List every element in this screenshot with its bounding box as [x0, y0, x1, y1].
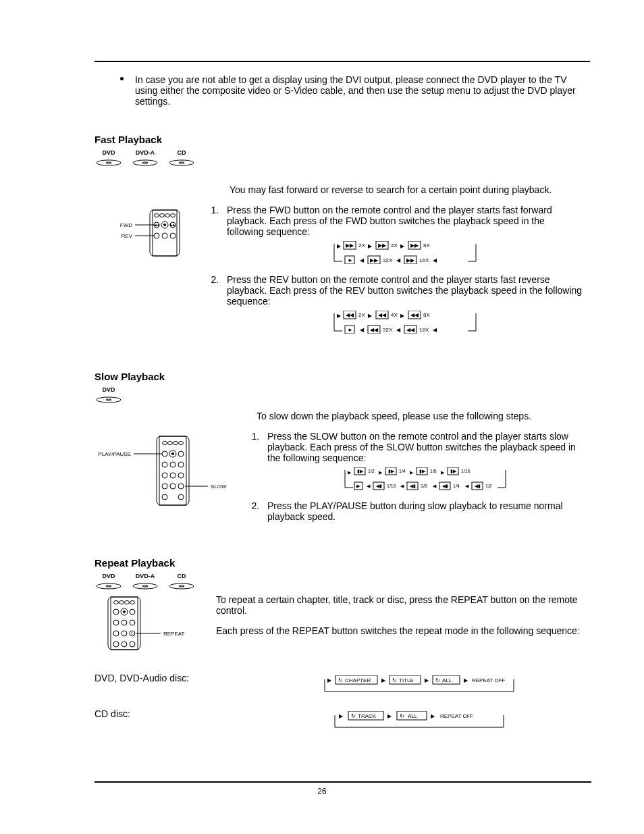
svg-text:2X: 2X [358, 242, 365, 249]
svg-text:↻: ↻ [400, 713, 404, 719]
svg-text:◀: ◀ [433, 257, 437, 263]
svg-point-10 [165, 214, 170, 217]
svg-point-78 [179, 442, 184, 445]
svg-point-84 [178, 462, 184, 467]
svg-text:32X: 32X [383, 327, 393, 333]
svg-point-140 [114, 601, 119, 604]
svg-rect-73 [157, 436, 189, 505]
svg-text:1/8: 1/8 [421, 484, 427, 488]
svg-text:ALL: ALL [408, 713, 418, 719]
body-text: Each press of the REPEAT button switches… [216, 625, 583, 636]
svg-text:REV: REV [122, 233, 133, 239]
svg-point-81 [178, 451, 184, 457]
svg-text:◀◀: ◀◀ [378, 312, 387, 318]
svg-text:8X: 8X [423, 312, 430, 318]
svg-point-3 [142, 162, 148, 163]
svg-text:SLOW: SLOW [211, 484, 227, 490]
svg-point-93 [171, 452, 174, 455]
svg-text:◀▮: ◀▮ [475, 484, 481, 488]
rev-speed-sequence: ▶ ◀◀ 2X ▶ ◀◀ 4X ▶ ◀◀ 8X [327, 311, 483, 334]
svg-point-134 [133, 583, 157, 589]
svg-text:8X: 8X [423, 242, 430, 249]
svg-text:◀: ◀ [465, 484, 469, 488]
svg-point-18 [163, 224, 166, 226]
svg-point-0 [97, 160, 121, 165]
svg-text:1/4: 1/4 [399, 469, 406, 473]
svg-point-79 [162, 451, 167, 457]
svg-point-154 [122, 642, 127, 647]
svg-point-132 [97, 583, 121, 589]
svg-text:▶: ▶ [356, 484, 360, 488]
list-item: Press the REV button on the remote contr… [221, 274, 583, 336]
svg-text:►: ► [348, 327, 353, 333]
dvi-note: In case you are not able to get a displa… [135, 74, 576, 107]
body-text: To slow down the playback speed, please … [257, 411, 590, 421]
svg-text:◀: ◀ [367, 484, 371, 488]
svg-point-1 [106, 162, 111, 163]
disc-icon-dvda: DVD-A [131, 151, 159, 167]
svg-text:▶: ▶ [387, 713, 392, 719]
svg-text:▶: ▶ [400, 313, 405, 319]
svg-text:PLAY/PAUSE: PLAY/PAUSE [98, 451, 131, 457]
svg-point-133 [106, 585, 111, 587]
svg-text:▮▶: ▮▶ [357, 469, 364, 473]
svg-text:◀◀: ◀◀ [346, 312, 354, 318]
disc-icon-dvda: DVD-A [131, 574, 159, 590]
svg-text:16X: 16X [419, 327, 429, 333]
svg-point-72 [106, 399, 111, 400]
repeat-sequence-dvd: ▶ ↻CHAPTER ▶ ↻TITLE ▶ ↻ALL ▶ REPEAT OFF [322, 675, 518, 696]
svg-text:▶: ▶ [327, 677, 332, 683]
disc-icon-dvd: DVD [95, 388, 123, 404]
svg-point-5 [179, 162, 184, 163]
svg-point-149 [130, 620, 135, 625]
svg-text:FWD: FWD [120, 222, 132, 228]
disc-icon-dvd: DVD [95, 151, 123, 167]
remote-diagram: PLAY/PAUSE SLOW [95, 431, 243, 512]
svg-text:REPEAT: REPEAT [163, 631, 185, 637]
svg-text:▶: ▶ [337, 313, 342, 319]
svg-point-91 [162, 494, 167, 500]
svg-text:4X: 4X [391, 242, 398, 249]
svg-point-71 [97, 397, 121, 402]
svg-point-15 [154, 233, 159, 238]
svg-point-90 [178, 484, 184, 489]
svg-point-76 [168, 442, 173, 445]
svg-text:▮▶: ▮▶ [388, 469, 395, 473]
remote-diagram: ◀◀ ▶▶ FWD REV [95, 206, 189, 260]
svg-text:↻: ↻ [392, 677, 397, 683]
list-item: Press the FWD button on the remote contr… [221, 205, 583, 266]
list-item: Press the SLOW button on the remote cont… [262, 431, 583, 492]
svg-point-11 [171, 214, 176, 217]
svg-text:1/8: 1/8 [430, 469, 437, 473]
page-number: 26 [0, 787, 644, 796]
svg-text:2X: 2X [358, 312, 365, 318]
svg-text:◀: ◀ [400, 484, 404, 488]
repeat-sequence-cd: ▶ ↻TRACK ▶ ↻ALL ▶ REPEAT OFF [332, 711, 508, 731]
svg-text:TITLE: TITLE [399, 677, 414, 683]
svg-point-92 [178, 494, 184, 500]
svg-text:▶▶: ▶▶ [378, 242, 387, 249]
svg-text:↻: ↻ [351, 713, 356, 719]
body-text: In case you are not able to get a displa… [135, 74, 576, 107]
svg-text:▮▶: ▮▶ [450, 469, 457, 473]
svg-point-142 [125, 601, 130, 604]
svg-point-17 [170, 233, 176, 238]
svg-text:▶▶: ▶▶ [406, 257, 415, 263]
svg-point-4 [169, 160, 194, 165]
svg-point-8 [155, 214, 159, 217]
svg-text:↻: ↻ [338, 677, 343, 683]
fwd-speed-sequence: ▶ ▶▶ 2X ▶ ▶▶ 4X ▶ ▶▶ 8X [327, 241, 483, 264]
svg-text:►: ► [348, 257, 353, 263]
svg-text:▶: ▶ [410, 470, 414, 475]
svg-point-75 [163, 442, 167, 445]
svg-point-156 [123, 610, 126, 613]
svg-text:◀: ◀ [360, 257, 365, 263]
svg-point-150 [113, 631, 119, 636]
svg-text:TRACK: TRACK [358, 713, 377, 719]
svg-text:◀: ◀ [360, 327, 365, 333]
svg-text:1/4: 1/4 [453, 484, 460, 488]
svg-text:▶: ▶ [368, 313, 373, 319]
svg-text:32X: 32X [383, 257, 393, 263]
svg-point-136 [169, 583, 194, 589]
section-heading: Slow Playback [95, 371, 590, 382]
